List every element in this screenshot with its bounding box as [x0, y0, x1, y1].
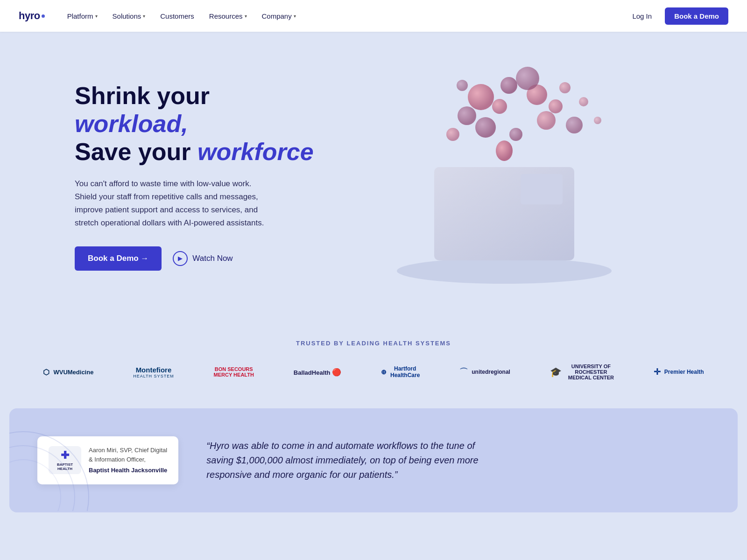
united-icon: ⌒	[459, 366, 468, 378]
logo-montefiore: Montefiore health system	[133, 366, 174, 378]
hero-content: Shrink your workload, Save your workforc…	[75, 82, 317, 271]
wvu-icon: ⬡	[43, 368, 49, 377]
svg-point-13	[509, 128, 522, 141]
nav-platform[interactable]: Platform ▾	[67, 12, 98, 20]
testimonial-quote: “Hyro was able to come in and automate w…	[206, 439, 486, 482]
svg-point-0	[496, 140, 513, 161]
nav-resources[interactable]: Resources ▾	[209, 12, 247, 20]
svg-point-2	[500, 77, 517, 94]
hero-title-italic1: workload,	[75, 110, 188, 137]
testimonial-org-logo: ✚ BAPTISTHEALTH	[49, 446, 81, 474]
testimonial-section: ✚ BAPTISTHEALTH Aaron Miri, SVP, Chief D…	[9, 408, 738, 512]
book-demo-hero-button[interactable]: Book a Demo →	[75, 246, 162, 271]
logo-ballad: BalladHealth 🔴	[294, 368, 341, 377]
hero-image	[317, 60, 691, 293]
login-button[interactable]: Log In	[627, 8, 657, 24]
svg-point-1	[468, 84, 494, 110]
hero-title-italic2: workforce	[197, 138, 314, 165]
hero-section: Shrink your workload, Save your workforc…	[0, 32, 747, 312]
svg-point-3	[527, 84, 547, 105]
nav-links: Platform ▾ Solutions ▾ Customers Resourc…	[67, 12, 627, 20]
hero-title: Shrink your workload, Save your workforc…	[75, 82, 317, 166]
monitor	[521, 174, 563, 204]
testimonial-card: ✚ BAPTISTHEALTH Aaron Miri, SVP, Chief D…	[37, 436, 178, 484]
watch-now-label: Watch Now	[192, 254, 233, 263]
hero-actions: Book a Demo → ▶ Watch Now	[75, 246, 317, 271]
rochester-icon: 🎓	[550, 366, 562, 378]
logo-rochester: 🎓 UNIVERSITY OFROCHESTERMEDICAL CENTER	[550, 364, 614, 380]
chevron-down-icon: ▾	[294, 14, 296, 19]
logo-hartford: ⊕ HartfordHealthCare	[381, 365, 420, 378]
testimonial-author: Aaron Miri, SVP, Chief Digital& Informat…	[89, 446, 167, 475]
chevron-down-icon: ▾	[245, 14, 247, 19]
svg-point-12	[537, 111, 556, 130]
svg-point-9	[446, 128, 459, 141]
navbar: hyro Platform ▾ Solutions ▾ Customers Re…	[0, 0, 747, 32]
testimonial-author-role: Aaron Miri, SVP, Chief Digital& Informat…	[89, 447, 167, 463]
svg-point-5	[549, 99, 563, 113]
trusted-section: TRUSTED BY LEADING HEALTH SYSTEMS ⬡ WVUM…	[0, 312, 747, 399]
nav-solutions[interactable]: Solutions ▾	[113, 12, 146, 20]
nav-company[interactable]: Company ▾	[262, 12, 296, 20]
svg-point-16	[594, 117, 601, 124]
logo-bon-secours: BON SECOURSMERCY HEALTH	[214, 366, 254, 378]
chevron-down-icon: ▾	[143, 14, 145, 19]
book-demo-nav-button[interactable]: Book a Demo	[665, 7, 728, 25]
nav-customers[interactable]: Customers	[160, 12, 194, 20]
chevron-down-icon: ▾	[95, 14, 98, 19]
svg-point-7	[492, 99, 507, 114]
logo-premier: ✛ Premier Health	[654, 367, 704, 377]
svg-point-4	[458, 106, 476, 125]
logos-row: ⬡ WVUMedicine Montefiore health system B…	[19, 364, 728, 380]
svg-point-10	[559, 82, 571, 93]
svg-point-6	[516, 67, 539, 90]
nav-actions: Log In Book a Demo	[627, 7, 728, 25]
premier-icon: ✛	[654, 367, 661, 377]
trusted-label: TRUSTED BY LEADING HEALTH SYSTEMS	[19, 340, 728, 347]
logo-wvu: ⬡ WVUMedicine	[43, 368, 93, 377]
hero-description: You can't afford to waste time with low-…	[75, 177, 271, 230]
desk-box	[434, 167, 574, 260]
hartford-icon: ⊕	[381, 368, 387, 376]
logo-dot	[42, 14, 45, 18]
logo-united: ⌒ unitedregional	[459, 366, 510, 378]
platform-base	[397, 258, 612, 284]
logo[interactable]: hyro	[19, 10, 45, 22]
svg-point-8	[566, 117, 583, 133]
svg-point-11	[475, 117, 496, 138]
watch-now-button[interactable]: ▶ Watch Now	[173, 251, 233, 266]
svg-point-15	[457, 80, 468, 91]
svg-point-14	[579, 97, 588, 106]
testimonial-author-org: Baptist Health Jacksonville	[89, 466, 167, 475]
logo-text: hyro	[19, 10, 40, 22]
play-icon: ▶	[173, 251, 188, 266]
